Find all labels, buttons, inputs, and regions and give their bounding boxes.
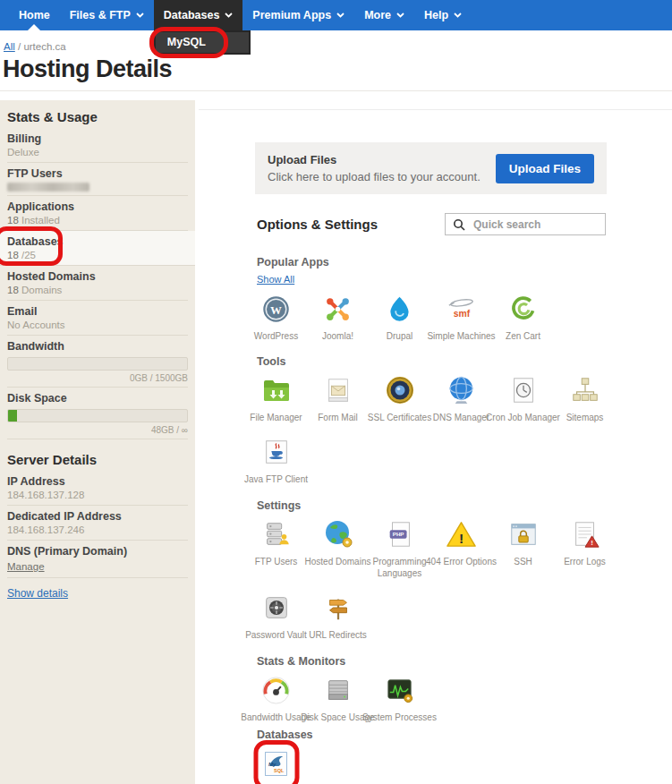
sidebar-item-value-text: /25 xyxy=(19,250,36,260)
password-vault-icon xyxy=(259,590,294,626)
nav-item-label: Premium Apps xyxy=(252,9,331,21)
nav-item-files-ftp[interactable]: Files & FTP xyxy=(60,0,154,30)
tile-joomla[interactable]: Joomla! xyxy=(307,291,369,342)
section-title-databases: Databases xyxy=(257,729,621,741)
quick-search-input[interactable] xyxy=(472,217,598,232)
bandwidth-usage-icon xyxy=(259,672,294,708)
section-tools: ToolsFile ManagerForm MailSSL Certificat… xyxy=(245,355,621,485)
tile-zen-cart[interactable]: Zen Cart xyxy=(492,291,554,342)
tile-wordpress[interactable]: WWordPress xyxy=(245,291,307,342)
tile-ssl-certificates[interactable]: SSL Certificates xyxy=(369,372,430,423)
sidebar-item-value-text: Installed xyxy=(19,215,60,226)
tile-label: Zen Cart xyxy=(486,330,561,342)
tile-error-logs[interactable]: !Error Logs xyxy=(554,516,616,579)
sidebar-item-label: Hosted Domains xyxy=(7,270,188,283)
nav-item-label: Home xyxy=(19,9,50,21)
nav-item-label: Files & FTP xyxy=(70,9,131,21)
chevron-down-icon xyxy=(396,13,404,18)
dropdown-item-mysql[interactable]: MySQL xyxy=(156,32,249,53)
tile-form-mail[interactable]: Form Mail xyxy=(307,372,369,423)
nav-item-more[interactable]: More xyxy=(354,0,414,30)
tile-hosted-domains[interactable]: Hosted Domains xyxy=(307,516,369,579)
main-panel: Upload Files Click here to upload files … xyxy=(199,109,672,784)
sidebar-item-label: Databases xyxy=(7,235,188,248)
tile-url-redirects[interactable]: URL Redirects xyxy=(307,590,369,641)
error-logs-icon: ! xyxy=(567,516,603,552)
disk-space-usage-icon xyxy=(320,672,356,708)
tile-simple-machines[interactable]: smfSimple Machines xyxy=(430,291,492,342)
error-404-options-icon: ! xyxy=(444,516,480,552)
section-grid: FTP UsersHosted DomainsPHPProgramming La… xyxy=(245,516,621,641)
sidebar-group-title-server-details: Server Details xyxy=(7,452,188,467)
nav-item-label: Databases xyxy=(164,9,220,21)
tile-ssh[interactable]: SSH xyxy=(492,516,554,579)
sidebar-item-bandwidth[interactable]: Bandwidth0GB / 1500GB xyxy=(7,336,188,388)
section-title-popular-apps: Popular Apps xyxy=(257,256,621,268)
tile-label: System Processes xyxy=(362,712,438,723)
java-ftp-client-icon xyxy=(259,434,294,470)
breadcrumb-separator: / xyxy=(18,41,21,52)
svg-text:W: W xyxy=(270,303,282,316)
sidebar-item-ip-address[interactable]: IP Address184.168.137.128 xyxy=(7,471,188,506)
mysql-icon: MySQL xyxy=(259,746,294,781)
nav-item-help[interactable]: Help xyxy=(414,0,472,30)
sidebar-item-value-number: 18 xyxy=(7,215,19,226)
sidebar-item-billing[interactable]: BillingDeluxe xyxy=(7,128,188,163)
chevron-down-icon xyxy=(225,13,233,18)
options-settings-row: Options & Settings xyxy=(257,213,663,236)
tile-drupal[interactable]: Drupal xyxy=(369,291,430,342)
show-details-link[interactable]: Show details xyxy=(7,587,68,600)
sidebar-item-label: Bandwidth xyxy=(7,340,188,353)
sidebar-item-value: 184.168.137.246 xyxy=(7,524,188,536)
usage-caption: 48GB / ∞ xyxy=(7,425,188,435)
sidebar-item-ftp-users[interactable]: FTP Users xyxy=(7,163,188,196)
upload-files-text: Upload Files Click here to upload files … xyxy=(268,153,496,183)
top-nav-items: HomeFiles & FTPDatabasesMySQLPremium App… xyxy=(9,0,472,30)
tile-cron-job-manager[interactable]: Cron Job Manager xyxy=(492,372,554,423)
wordpress-icon: W xyxy=(259,291,294,327)
nav-item-home[interactable]: Home xyxy=(9,0,60,30)
sidebar-group-title-stats-usage: Stats & Usage xyxy=(7,109,188,124)
tile-disk-space-usage[interactable]: Disk Space Usage xyxy=(307,672,369,723)
tile-mysql[interactable]: MySQLMySQL xyxy=(245,746,307,784)
svg-text:PHP: PHP xyxy=(392,531,404,537)
usage-progress-bar xyxy=(7,409,188,422)
upload-files-button[interactable]: Upload Files xyxy=(496,154,594,183)
sidebar-item-dns-primary-domain[interactable]: DNS (Primary Domain)Manage xyxy=(7,541,188,578)
section-databases: DatabasesMySQLMySQL xyxy=(245,729,621,784)
tile-programming-languages[interactable]: PHPProgramming Languages xyxy=(369,516,430,579)
tile-ftp-users[interactable]: FTP Users xyxy=(245,516,307,579)
tile-file-manager[interactable]: File Manager xyxy=(245,372,307,423)
sidebar-item-value-text: 184.168.137.246 xyxy=(7,524,84,535)
sidebar-item-applications[interactable]: Applications18 Installed xyxy=(7,196,188,231)
sidebar-item-label: Billing xyxy=(7,132,188,145)
sidebar-item-dedicated-ip-address[interactable]: Dedicated IP Address184.168.137.246 xyxy=(7,506,188,541)
breadcrumb-all-link[interactable]: All xyxy=(4,41,15,52)
tile-sitemaps[interactable]: Sitemaps xyxy=(554,372,616,423)
sidebar-manage-link[interactable]: Manage xyxy=(7,561,45,572)
svg-text:SQL: SQL xyxy=(274,767,285,772)
tile-dns-manager[interactable]: DNS Manager xyxy=(430,372,492,423)
dns-manager-icon xyxy=(444,372,480,408)
sidebar-item-email[interactable]: EmailNo Accounts xyxy=(7,301,188,336)
upload-files-title: Upload Files xyxy=(268,153,496,166)
nav-item-premium-apps[interactable]: Premium Apps xyxy=(242,0,354,30)
tile-system-processes[interactable]: System Processes xyxy=(369,672,430,723)
usage-progress-fill xyxy=(8,410,17,422)
sidebar-item-databases[interactable]: Databases18 /25 xyxy=(0,231,195,266)
tile-404-error-options[interactable]: !404 Error Options xyxy=(430,516,492,579)
tile-password-vault[interactable]: Password Vault xyxy=(245,590,307,641)
sidebar-item-hosted-domains[interactable]: Hosted Domains18 Domains xyxy=(7,266,188,301)
section-title-tools: Tools xyxy=(257,355,621,368)
nav-item-databases[interactable]: DatabasesMySQL xyxy=(154,0,243,30)
sidebar-item-label: IP Address xyxy=(7,475,188,488)
simple-machines-icon: smf xyxy=(444,291,480,327)
sidebar-item-disk-space[interactable]: Disk Space48GB / ∞ xyxy=(7,388,188,439)
nav-item-label: Help xyxy=(424,9,448,21)
tile-bandwidth-usage[interactable]: Bandwidth Usage xyxy=(245,672,307,723)
tile-java-ftp-client[interactable]: Java FTP Client xyxy=(245,434,307,485)
cron-job-manager-icon xyxy=(506,372,541,408)
show-all-link[interactable]: Show All xyxy=(257,274,294,285)
section-popular-apps: Popular AppsShow AllWWordPressJoomla!Dru… xyxy=(245,256,621,342)
svg-text:smf: smf xyxy=(453,309,470,319)
